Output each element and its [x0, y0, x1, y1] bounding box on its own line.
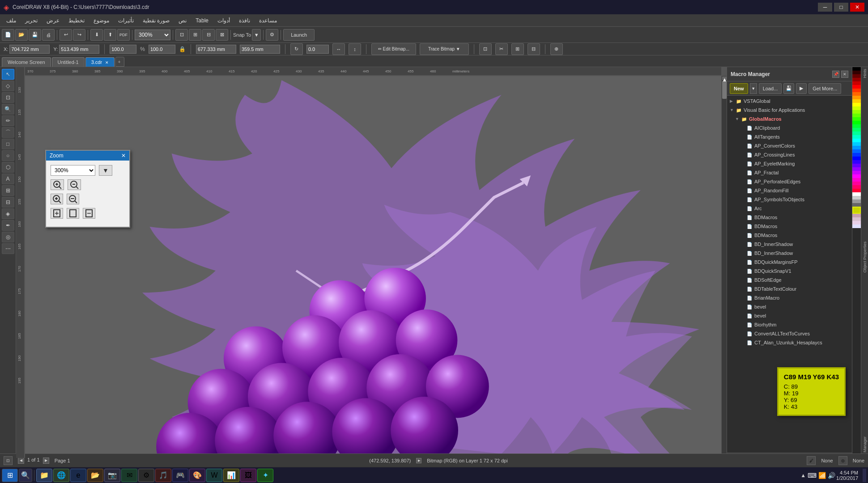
taskbar-app1[interactable]: 🎵 — [155, 469, 171, 482]
tree-ap-perforatededges[interactable]: 📄 AP_PerforatedEdges — [728, 177, 851, 186]
tab-untitled[interactable]: Untitled-1 — [52, 57, 85, 67]
tree-arc[interactable]: 📄 Arc — [728, 204, 851, 213]
expand-vstaglobal[interactable]: ▶ — [730, 99, 735, 103]
color-mint2[interactable] — [852, 128, 861, 131]
color-hotpink[interactable] — [852, 178, 861, 182]
color-gray[interactable] — [852, 199, 861, 203]
tree-vba[interactable]: ▼ 📁 Visual Basic for Applications — [728, 106, 851, 114]
taskbar-photos[interactable]: 📷 — [104, 469, 120, 482]
macro-new-dropdown[interactable]: ▼ — [750, 83, 757, 94]
color-seafoam[interactable] — [852, 131, 861, 135]
color-lavender2[interactable] — [852, 221, 861, 225]
menu-item-صورة نقطية[interactable]: صورة نقطية — [138, 16, 174, 25]
color-lavender1[interactable] — [852, 217, 861, 221]
tree-bd-innershadow1[interactable]: 📄 BD_InnerShadow — [728, 240, 851, 249]
color-red3[interactable] — [852, 81, 861, 85]
color-orangered[interactable] — [852, 89, 861, 92]
taskbar-app3[interactable]: 🎨 — [189, 469, 205, 482]
hints-label[interactable]: Hints — [862, 67, 868, 80]
tray-keyboard[interactable]: ⌨ — [808, 472, 817, 479]
taskbar-explorer[interactable]: 📁 — [36, 469, 52, 482]
blend-tool[interactable]: ⋯ — [2, 243, 14, 254]
zoom-page-fit-btn[interactable] — [67, 208, 79, 219]
color-limegreen[interactable] — [852, 110, 861, 114]
flip-h-button[interactable]: ↔ — [332, 43, 345, 55]
scroll-up-btn[interactable]: ▲ — [722, 76, 727, 80]
undo-button[interactable]: ↩ — [60, 29, 72, 41]
color-purple[interactable] — [852, 171, 861, 174]
tray-volume[interactable]: 🔊 — [828, 472, 835, 479]
color-selected-highlight[interactable] — [852, 207, 861, 214]
options-button[interactable]: ⚙ — [266, 29, 278, 41]
y-input[interactable] — [59, 45, 99, 54]
taskbar-app4[interactable]: 📊 — [223, 469, 239, 482]
tree-ap-eyeletmarking[interactable]: 📄 AP_EyeletMarking — [728, 159, 851, 168]
tree-bdsoftedge[interactable]: 📄 BDSoftEdge — [728, 275, 851, 284]
search-button[interactable]: 🔍 — [19, 469, 32, 482]
color-gold[interactable] — [852, 99, 861, 103]
next-page-btn[interactable]: ▶ — [43, 458, 49, 464]
rectangle-tool[interactable]: □ — [2, 139, 14, 149]
tray-up-arrow[interactable]: ▲ — [800, 472, 806, 479]
color-magenta[interactable] — [852, 174, 861, 178]
outline-tool[interactable]: ◎ — [2, 232, 14, 242]
maximize-button[interactable]: □ — [834, 3, 848, 12]
width2-input[interactable] — [196, 45, 236, 54]
canvas-content[interactable] — [25, 76, 721, 458]
color-mint1[interactable] — [852, 124, 861, 128]
edit-bitmap-button[interactable]: ✏ Edit Bitmap... — [371, 43, 416, 55]
menu-item-تحرير[interactable]: تحرير — [21, 16, 42, 25]
color-lightgray[interactable] — [852, 196, 861, 199]
macro-pin-btn[interactable]: 📌 — [832, 71, 839, 78]
object-properties-label[interactable]: Object Properties — [862, 240, 868, 275]
color-black[interactable] — [852, 67, 861, 71]
zoom-page-in-btn[interactable] — [51, 208, 63, 219]
color-green1[interactable] — [852, 114, 861, 117]
select-tool[interactable]: ↖ — [2, 69, 14, 80]
menu-item-ملف[interactable]: ملف — [2, 16, 21, 25]
color-skyblue[interactable] — [852, 142, 861, 146]
tree-bevel1[interactable]: 📄 bevel — [728, 302, 851, 311]
fill-tool[interactable]: ◈ — [2, 208, 14, 219]
tree-aiclipboard[interactable]: 📄 AIClipboard — [728, 123, 851, 132]
start-button[interactable]: ⊞ — [2, 469, 18, 482]
tree-ap-fractal[interactable]: 📄 AP_Fractal — [728, 168, 851, 177]
rotation-input[interactable] — [306, 45, 329, 54]
menu-item-تخطيط[interactable]: تخطيط — [64, 16, 89, 25]
print-button[interactable]: 🖨 — [42, 29, 55, 41]
tree-alltangents[interactable]: 📄 AllTangents — [728, 132, 851, 141]
taskbar-settings[interactable]: ⚙ — [138, 469, 154, 482]
macro-save-btn[interactable]: 💾 — [783, 83, 794, 94]
color-turquoise[interactable] — [852, 135, 861, 139]
taskbar-app2[interactable]: 🎮 — [172, 469, 188, 482]
color-darkred[interactable] — [852, 71, 861, 74]
close-button[interactable]: ✕ — [850, 3, 864, 12]
taskbar-chrome[interactable]: 🌐 — [53, 469, 69, 482]
color-white[interactable] — [852, 192, 861, 196]
polygon-tool[interactable]: ⬡ — [2, 162, 14, 173]
color-indigo1[interactable] — [852, 160, 861, 164]
import-button[interactable]: ⬇ — [90, 29, 103, 41]
tree-ct-alan[interactable]: 📄 CT_Alan_Uzunluk_Hesaplaycs — [728, 338, 851, 347]
color-blue1[interactable] — [852, 146, 861, 149]
export-button[interactable]: ⬆ — [104, 29, 116, 41]
trace-bitmap-button[interactable]: Trace Bitmap ▼ — [420, 43, 469, 55]
zoom-area-out-btn[interactable] — [67, 194, 79, 204]
vertical-scrollbar[interactable]: ▲ ▼ — [721, 76, 727, 458]
color-yellowgreen[interactable] — [852, 106, 861, 110]
snap-button[interactable]: ▼ — [252, 29, 261, 41]
show-desktop-btn[interactable] — [863, 469, 866, 482]
tree-ap-symbolstoobjects[interactable]: 📄 AP_SymbolsToObjects — [728, 195, 851, 204]
macro-close-btn[interactable]: ✕ — [841, 71, 848, 78]
color-red2[interactable] — [852, 78, 861, 81]
tree-bdquicksnapv1[interactable]: 📄 BDQuickSnapV1 — [728, 267, 851, 275]
pick-tool-button[interactable]: ⊕ — [550, 43, 563, 55]
save-button[interactable]: 💾 — [29, 29, 41, 41]
color-yellow[interactable] — [852, 103, 861, 106]
menu-item-تأثيرات[interactable]: تأثيرات — [114, 16, 138, 25]
color-green[interactable] — [852, 121, 861, 124]
tree-bdquickmarginsfp[interactable]: 📄 BDQuickMarginsFP — [728, 258, 851, 267]
tree-bevel2[interactable]: 📄 bevel — [728, 311, 851, 320]
color-pink[interactable] — [852, 182, 861, 185]
eyedropper-tool[interactable]: ✒ — [2, 220, 14, 231]
